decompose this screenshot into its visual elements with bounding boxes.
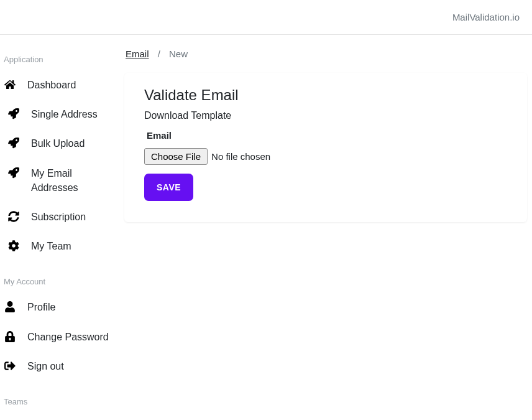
sidebar: Application Dashboard Single Address Bul…: [0, 35, 124, 420]
download-template-link[interactable]: Download Template: [144, 110, 231, 121]
gear-icon: [7, 240, 20, 252]
breadcrumb-separator: /: [158, 49, 160, 59]
sidebar-item-teams[interactable]: Teams: [4, 413, 124, 420]
save-button[interactable]: SAVE: [144, 174, 193, 201]
brand-label: MailValidation.io: [452, 12, 520, 22]
sidebar-item-dashboard[interactable]: Dashboard: [4, 70, 124, 100]
sidebar-item-label: Change Password: [27, 330, 109, 344]
main-content: Email / New Validate Email Download Temp…: [124, 35, 532, 420]
breadcrumb-link-email[interactable]: Email: [126, 49, 149, 59]
sidebar-group-application: Application: [4, 41, 124, 70]
breadcrumb: Email / New: [124, 49, 532, 59]
sidebar-item-label: My Email Addresses: [31, 166, 106, 195]
rocket-icon: [7, 108, 20, 120]
rocket-icon: [7, 137, 20, 149]
validate-email-card: Validate Email Download Template Email C…: [124, 73, 527, 222]
sidebar-item-single-address[interactable]: Single Address: [4, 100, 124, 129]
refresh-icon: [7, 210, 20, 223]
home-icon: [4, 78, 16, 91]
sidebar-item-bulk-upload[interactable]: Bulk Upload: [4, 129, 124, 158]
file-status-text: No file chosen: [211, 151, 270, 162]
sidebar-group-my-account: My Account: [4, 261, 124, 292]
sidebar-item-label: Profile: [27, 300, 55, 314]
breadcrumb-current: New: [169, 49, 188, 59]
user-icon: [4, 301, 16, 313]
choose-file-button[interactable]: Choose File: [144, 148, 208, 165]
sidebar-item-label: Single Address: [31, 107, 98, 121]
email-field-label: Email: [147, 130, 507, 141]
card-title: Validate Email: [144, 86, 507, 104]
topbar: MailValidation.io: [0, 0, 532, 35]
sidebar-item-label: Sign out: [27, 359, 64, 373]
sign-out-icon: [4, 360, 16, 372]
sidebar-item-change-password[interactable]: Change Password: [4, 322, 124, 352]
rocket-icon: [7, 167, 20, 179]
sidebar-item-my-email-addresses[interactable]: My Email Addresses: [4, 159, 124, 202]
sidebar-item-label: My Team: [31, 239, 71, 253]
sidebar-group-teams: Teams: [4, 381, 124, 413]
sidebar-item-subscription[interactable]: Subscription: [4, 202, 124, 231]
lock-icon: [4, 330, 16, 343]
sidebar-item-my-team[interactable]: My Team: [4, 231, 124, 261]
sidebar-item-label: Subscription: [31, 210, 86, 224]
sidebar-item-label: Bulk Upload: [31, 136, 85, 151]
sidebar-item-profile[interactable]: Profile: [4, 292, 124, 322]
sidebar-item-sign-out[interactable]: Sign out: [4, 352, 124, 381]
sidebar-item-label: Dashboard: [27, 78, 76, 92]
